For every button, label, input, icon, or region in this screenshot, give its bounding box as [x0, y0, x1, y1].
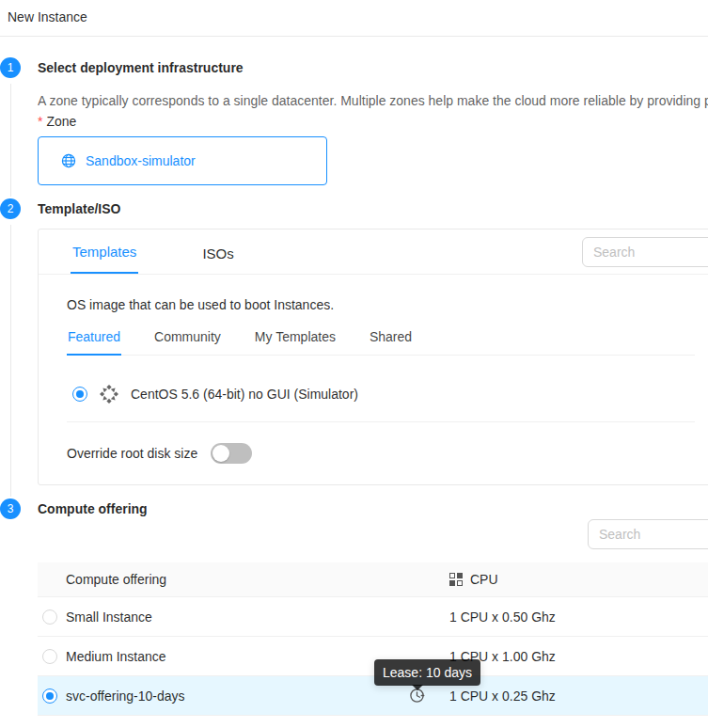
tab-featured[interactable]: Featured [67, 322, 121, 356]
zone-card-label: Sandbox-simulator [86, 153, 196, 168]
zone-label-text: Zone [46, 114, 76, 129]
os-image-description: OS image that can be used to boot Instan… [67, 295, 695, 314]
step-number-badge: 1 [0, 57, 21, 78]
new-instance-wizard: 1 Select deployment infrastructure A zon… [0, 37, 708, 716]
globe-icon [61, 153, 76, 168]
step-number-badge: 2 [0, 198, 21, 219]
template-radio[interactable] [72, 387, 87, 402]
offering-cpu: 1 CPU x 0.50 Ghz [449, 609, 556, 625]
step-rail: 2 [0, 198, 21, 499]
lease-tooltip: Lease: 10 days [374, 659, 480, 686]
tab-my-templates[interactable]: My Templates [254, 322, 337, 355]
step-connector-line [10, 225, 11, 497]
tab-templates[interactable]: Templates [71, 231, 138, 274]
offering-name: Medium Instance [66, 649, 166, 664]
zone-card-sandbox-simulator[interactable]: Sandbox-simulator [38, 136, 327, 185]
tab-shared[interactable]: Shared [369, 322, 413, 355]
cpu-header-label: CPU [470, 572, 498, 587]
offering-name: svc-offering-10-days [66, 688, 185, 704]
offering-name: Small Instance [66, 609, 152, 625]
template-panel: Templates ISOs OS image that can be used… [38, 229, 708, 485]
column-header-cpu: CPU [449, 572, 708, 587]
compute-search-input[interactable] [588, 519, 708, 549]
compute-offering-toolbar [38, 519, 708, 561]
column-header-compute-offering: Compute offering [66, 572, 449, 587]
table-row-small-instance[interactable]: Small Instance 1 CPU x 0.50 Ghz [38, 597, 708, 637]
step-compute-offering: 3 Compute offering Compute offering [0, 499, 708, 716]
compute-offering-table: Compute offering CPU [38, 562, 708, 716]
row-radio[interactable] [42, 649, 57, 664]
row-radio[interactable] [42, 609, 57, 625]
offering-cpu: 1 CPU x 0.25 Ghz [449, 688, 556, 704]
tab-community[interactable]: Community [153, 322, 222, 355]
template-filter-tabs: Featured Community My Templates Shared [67, 322, 695, 356]
table-row-svc-offering-10-days[interactable]: svc-offering-10-days 1 CPU x 0.25 Ghz [38, 676, 708, 716]
step-rail: 3 [0, 499, 21, 716]
template-option-centos[interactable]: CentOS 5.6 (64-bit) no GUI (Simulator) [67, 356, 695, 422]
step-title: Compute offering [38, 499, 708, 519]
table-row-medium-instance[interactable]: Medium Instance 1 CPU x 1.00 Ghz [38, 637, 708, 676]
template-search-input[interactable] [582, 237, 708, 267]
step-rail: 1 [0, 57, 21, 198]
table-header-row: Compute offering CPU [38, 562, 708, 597]
override-root-disk-toggle[interactable] [211, 443, 252, 464]
step-title: Select deployment infrastructure [38, 57, 708, 78]
override-root-disk-row: Override root disk size [67, 443, 695, 464]
centos-logo-icon [99, 384, 119, 404]
tab-isos[interactable]: ISOs [200, 233, 235, 274]
step-number-badge: 3 [0, 499, 21, 519]
zone-description: A zone typically corresponds to a single… [38, 93, 708, 108]
template-option-label: CentOS 5.6 (64-bit) no GUI (Simulator) [131, 387, 358, 402]
override-root-disk-label: Override root disk size [67, 446, 197, 461]
row-radio[interactable] [42, 688, 57, 704]
step-template-iso: 2 Template/ISO Templates ISOs OS image t… [0, 198, 708, 499]
zone-field-label: *Zone [38, 114, 708, 129]
grid-icon [449, 573, 463, 586]
page-title: New Instance [0, 0, 708, 37]
step-deployment-infrastructure: 1 Select deployment infrastructure A zon… [0, 57, 708, 198]
step-title: Template/ISO [38, 198, 708, 219]
required-asterisk: * [38, 114, 42, 129]
step-connector-line [10, 84, 11, 197]
